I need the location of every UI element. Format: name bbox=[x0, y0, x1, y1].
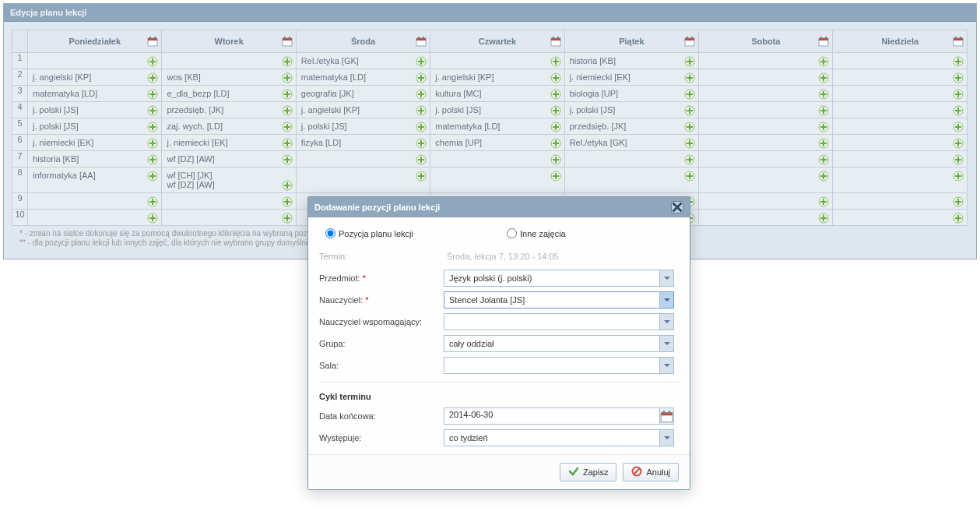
add-icon[interactable] bbox=[147, 196, 158, 207]
add-icon[interactable] bbox=[282, 154, 293, 165]
add-icon[interactable] bbox=[416, 56, 427, 67]
calendar-icon[interactable] bbox=[953, 36, 964, 47]
radio-lesson-input[interactable] bbox=[325, 228, 335, 238]
calendar-icon[interactable] bbox=[684, 36, 695, 47]
schedule-cell[interactable] bbox=[699, 135, 833, 151]
schedule-cell[interactable]: informatyka [AA] bbox=[28, 168, 162, 193]
add-icon[interactable] bbox=[953, 171, 964, 182]
add-icon[interactable] bbox=[953, 105, 964, 116]
radio-lesson[interactable]: Pozycja planu lekcji bbox=[325, 228, 413, 238]
calendar-icon[interactable] bbox=[147, 36, 158, 47]
schedule-cell[interactable] bbox=[699, 168, 833, 193]
schedule-cell[interactable]: przedsięb. [JK] bbox=[564, 118, 698, 135]
schedule-cell[interactable] bbox=[833, 69, 968, 86]
add-icon[interactable] bbox=[684, 171, 695, 182]
date-end[interactable]: 2014-06-30 bbox=[444, 407, 674, 425]
combo-wspom[interactable] bbox=[444, 313, 674, 330]
schedule-cell[interactable] bbox=[162, 193, 296, 210]
add-icon[interactable] bbox=[282, 196, 293, 207]
schedule-cell[interactable] bbox=[699, 69, 833, 86]
add-icon[interactable] bbox=[416, 171, 427, 182]
add-icon[interactable] bbox=[282, 89, 293, 100]
schedule-cell[interactable] bbox=[28, 53, 162, 69]
add-icon[interactable] bbox=[282, 213, 293, 224]
schedule-cell[interactable]: historia [KB] bbox=[564, 53, 698, 69]
add-icon[interactable] bbox=[282, 72, 293, 83]
schedule-cell[interactable] bbox=[833, 102, 968, 118]
combo-wyst[interactable]: co tydzień bbox=[444, 429, 674, 446]
add-icon[interactable] bbox=[684, 56, 695, 67]
schedule-cell[interactable] bbox=[296, 168, 430, 193]
schedule-cell[interactable] bbox=[833, 53, 968, 69]
add-icon[interactable] bbox=[282, 122, 293, 132]
schedule-cell[interactable]: j. niemiecki [EK] bbox=[564, 69, 698, 86]
schedule-cell[interactable] bbox=[699, 53, 833, 69]
schedule-cell[interactable]: Rel./etyka [GK] bbox=[296, 53, 430, 69]
add-icon[interactable] bbox=[550, 105, 561, 116]
add-icon[interactable] bbox=[550, 171, 561, 182]
schedule-cell[interactable]: historia [KB] bbox=[28, 151, 162, 168]
add-icon[interactable] bbox=[953, 122, 964, 132]
schedule-cell[interactable] bbox=[430, 53, 564, 69]
add-icon[interactable] bbox=[818, 72, 829, 83]
schedule-cell[interactable]: Rel./etyka [GK] bbox=[564, 135, 698, 151]
add-icon[interactable] bbox=[953, 213, 964, 224]
add-icon[interactable] bbox=[147, 171, 158, 182]
add-icon[interactable] bbox=[818, 105, 829, 116]
add-icon[interactable] bbox=[416, 138, 427, 149]
schedule-cell[interactable]: biologia [UP] bbox=[564, 86, 698, 102]
schedule-cell[interactable] bbox=[699, 86, 833, 102]
schedule-cell[interactable]: e_dla_bezp [LD] bbox=[162, 86, 296, 102]
schedule-cell[interactable]: przedsięb. [JK] bbox=[162, 102, 296, 118]
schedule-cell[interactable] bbox=[699, 151, 833, 168]
add-icon[interactable] bbox=[147, 72, 158, 83]
schedule-cell[interactable] bbox=[28, 193, 162, 210]
add-icon[interactable] bbox=[550, 72, 561, 83]
schedule-cell[interactable]: zaj. wych. [LD] bbox=[162, 118, 296, 135]
cancel-button[interactable]: Anuluj bbox=[623, 463, 679, 481]
schedule-cell[interactable]: j. angielski [KP] bbox=[296, 102, 430, 118]
combo-grupa[interactable]: cały oddział bbox=[444, 335, 674, 352]
chevron-down-icon[interactable] bbox=[659, 314, 673, 330]
calendar-icon[interactable] bbox=[818, 36, 829, 47]
schedule-cell[interactable] bbox=[833, 193, 968, 210]
add-icon[interactable] bbox=[818, 122, 829, 132]
calendar-icon[interactable] bbox=[550, 36, 561, 47]
schedule-cell[interactable]: j. polski [JS] bbox=[28, 102, 162, 118]
schedule-cell[interactable] bbox=[833, 86, 968, 102]
schedule-cell[interactable] bbox=[833, 151, 968, 168]
schedule-cell[interactable]: chemia [UP] bbox=[430, 135, 564, 151]
add-icon[interactable] bbox=[416, 89, 427, 100]
add-icon[interactable] bbox=[147, 213, 158, 224]
add-icon[interactable] bbox=[684, 154, 695, 165]
schedule-cell[interactable]: j. polski [JS] bbox=[430, 102, 564, 118]
add-icon[interactable] bbox=[282, 138, 293, 149]
schedule-cell[interactable] bbox=[833, 135, 968, 151]
add-icon[interactable] bbox=[684, 122, 695, 132]
schedule-cell[interactable]: matematyka [LD] bbox=[28, 86, 162, 102]
add-icon[interactable] bbox=[818, 196, 829, 207]
schedule-cell[interactable] bbox=[699, 102, 833, 118]
schedule-cell[interactable] bbox=[162, 210, 296, 226]
add-icon[interactable] bbox=[953, 196, 964, 207]
add-icon[interactable] bbox=[416, 105, 427, 116]
radio-other-input[interactable] bbox=[507, 228, 517, 238]
schedule-cell[interactable]: j. polski [JS] bbox=[296, 118, 430, 135]
schedule-cell[interactable] bbox=[430, 168, 564, 193]
add-icon[interactable] bbox=[416, 154, 427, 165]
schedule-cell[interactable]: j. niemiecki [EK] bbox=[28, 135, 162, 151]
schedule-cell[interactable]: kultura [MC] bbox=[430, 86, 564, 102]
add-icon[interactable] bbox=[818, 138, 829, 149]
save-button[interactable]: Zapisz bbox=[560, 463, 616, 481]
calendar-icon[interactable] bbox=[659, 408, 673, 424]
add-icon[interactable] bbox=[550, 89, 561, 100]
add-icon[interactable] bbox=[818, 56, 829, 67]
schedule-cell[interactable]: geografia [JK] bbox=[296, 86, 430, 102]
schedule-cell[interactable]: wf [CH] [JK] wf [DZ] [AW] bbox=[162, 168, 296, 193]
schedule-cell[interactable]: matematyka [LD] bbox=[430, 118, 564, 135]
schedule-cell[interactable]: wf [DZ] [AW] bbox=[162, 151, 296, 168]
add-icon[interactable] bbox=[818, 171, 829, 182]
schedule-cell[interactable]: j. polski [JS] bbox=[28, 118, 162, 135]
add-icon[interactable] bbox=[953, 154, 964, 165]
add-icon[interactable] bbox=[684, 138, 695, 149]
